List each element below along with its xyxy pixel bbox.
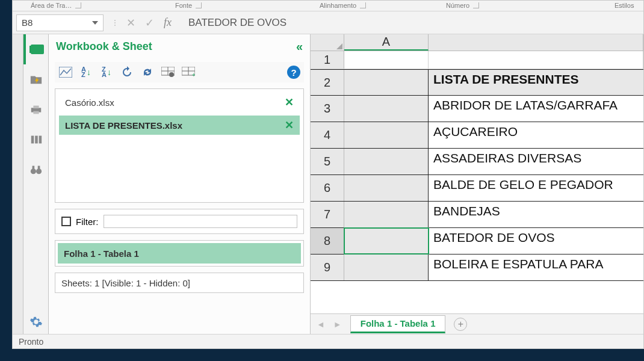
sheet-tab-bar: ◄ ► Folha 1 - Tabela 1 + [311,313,643,334]
column-header-rest[interactable] [429,34,643,51]
cell[interactable] [344,122,429,148]
row-header[interactable]: 9 [311,255,344,280]
row-header[interactable]: 7 [311,202,344,227]
tab-nav-prev[interactable]: ◄ [317,319,325,329]
fx-icon[interactable]: fx [164,16,172,29]
sheet-item[interactable]: Folha 1 - Tabela 1 [58,243,301,264]
svg-text:+: + [192,72,195,78]
cell[interactable]: AÇUCAREIRO [429,122,643,148]
help-button[interactable]: ? [287,66,300,79]
cell[interactable] [344,70,429,95]
ribbon-group-clipboard: Área de Tra… [31,2,81,9]
svg-rect-5 [39,136,42,144]
svg-rect-8 [33,166,35,170]
side-tab-columns[interactable] [23,125,49,155]
status-text: Pronto [19,337,43,347]
svg-rect-9 [38,166,40,170]
ribbon-group-styles: Estilos [615,2,634,9]
sheet-tab-label: Folha 1 - Tabela 1 [361,318,436,329]
grid-row: 6 BALDE DE GELO E PEGADOR [311,175,643,202]
status-bar: Pronto [13,334,643,348]
dialog-launcher-icon[interactable] [196,2,202,8]
sheet-tab[interactable]: Folha 1 - Tabela 1 [350,315,446,333]
cell[interactable] [344,255,429,280]
svg-rect-1 [33,106,39,109]
cell-selected[interactable] [344,228,429,254]
table-settings-button[interactable] [161,66,175,79]
filter-label: Filter: [76,217,99,227]
binoculars-icon [29,164,43,176]
refresh-all-button[interactable] [140,66,155,79]
ribbon-group-labels: Área de Tra… Fonte Alinhamento Número Es… [13,1,643,11]
cell[interactable] [344,202,429,227]
close-icon[interactable]: ✕ [285,119,294,132]
cell[interactable]: BALDE DE GELO E PEGADOR [429,175,643,201]
cell[interactable]: ABRIDOR DE LATAS/GARRAFA [429,96,643,122]
grid-row: 7 BANDEJAS [311,202,643,228]
workbook-list: Casório.xlsx ✕ LISTA DE PRESENTES.xlsx ✕ [55,88,304,203]
cancel-icon[interactable]: ✕ [126,16,135,29]
enter-icon[interactable]: ✓ [145,16,154,29]
panel-toolbar: AZ↓ ZA↓ + ? [55,62,304,82]
grid-row: 8 BATEDOR DE OVOS [311,228,643,255]
side-tab-storage[interactable] [23,64,49,94]
row-header[interactable]: 4 [311,122,344,148]
refresh-button[interactable] [120,66,134,79]
dialog-launcher-icon[interactable] [360,2,366,8]
cell[interactable]: LISTA DE PRESENNTES [429,70,643,95]
filter-checkbox[interactable] [61,217,71,226]
formula-text[interactable]: BATEDOR DE OVOS [182,17,286,29]
collapse-icon[interactable]: « [296,40,303,54]
workbook-item[interactable]: LISTA DE PRESENTES.xlsx ✕ [59,116,300,135]
row-header[interactable]: 5 [311,149,344,174]
columns-icon [29,134,43,146]
name-box-value: B8 [22,17,33,28]
cell[interactable] [344,175,429,201]
ribbon-group-alignment: Alinhamento [320,2,366,9]
select-all-corner[interactable] [311,34,344,51]
dialog-launcher-icon[interactable] [75,2,81,8]
cell[interactable]: BATEDOR DE OVOS [429,228,643,254]
dropdown-icon[interactable] [92,21,98,25]
workbook-name: LISTA DE PRESENTES.xlsx [65,120,182,131]
filter-input[interactable] [104,215,298,228]
row-header[interactable]: 6 [311,175,344,201]
svg-rect-3 [31,136,34,144]
panel-header: Workbook & Sheet « [49,34,310,58]
grid-row: 2 LISTA DE PRESENNTES [311,69,643,96]
ribbon-group-font: Fonte [175,2,202,9]
column-header-a[interactable]: A [344,34,429,51]
svg-point-6 [31,168,36,174]
workbook-item[interactable]: Casório.xlsx ✕ [59,93,300,112]
row-header[interactable]: 1 [311,51,344,69]
side-tab-print[interactable] [23,94,49,125]
ribbon-group-number: Número [446,2,479,9]
row-header[interactable]: 3 [311,96,344,122]
grip-icon [114,20,117,26]
side-tab-strip [23,34,49,334]
svg-rect-4 [35,136,38,144]
row-header[interactable]: 8 [311,228,344,254]
side-tab-workbooks[interactable] [23,34,49,64]
row-header[interactable]: 2 [311,70,344,95]
table-add-button[interactable]: + [181,66,196,79]
settings-button[interactable] [23,310,49,334]
toggle-chart-button[interactable] [58,66,73,79]
sort-desc-button[interactable]: ZA↓ [99,66,114,79]
name-box[interactable]: B8 [16,14,104,31]
cell[interactable]: ASSADEIRAS DIVERSAS [429,149,643,174]
cell[interactable] [429,51,643,69]
close-icon[interactable]: ✕ [285,96,294,109]
cell[interactable] [344,51,429,69]
cell[interactable] [344,96,429,122]
sheet-summary: Sheets: 1 [Visible: 1 - Hidden: 0] [55,273,304,293]
tab-nav-next[interactable]: ► [333,319,342,329]
sort-asc-button[interactable]: AZ↓ [79,66,93,79]
cell[interactable]: BOLEIRA E ESPATULA PARA [429,255,643,280]
add-sheet-button[interactable]: + [454,318,467,331]
cell[interactable]: BANDEJAS [429,202,643,227]
dialog-launcher-icon[interactable] [473,2,479,8]
side-tab-find[interactable] [23,155,49,185]
svg-rect-2 [33,111,39,114]
cell[interactable] [344,149,429,174]
